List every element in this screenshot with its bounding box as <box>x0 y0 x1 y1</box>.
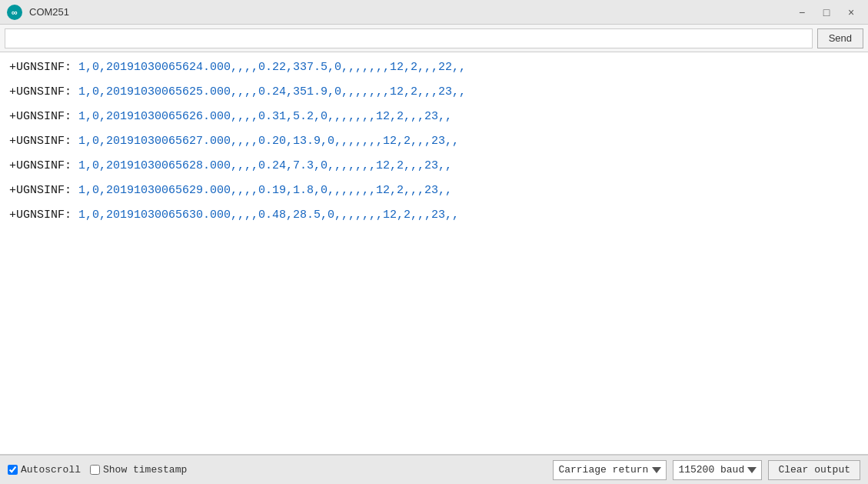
dropdown-group: No line endingNewlineCarriage returnBoth… <box>553 460 860 480</box>
output-label: +UGNSINF: <box>9 135 72 148</box>
output-data: 1,0,20191030065625.000,,,,0.24,351.9,0,,… <box>72 85 466 98</box>
output-data: 1,0,20191030065630.000,,,,0.48,28.5,0,,,… <box>72 209 459 222</box>
autoscroll-checkbox[interactable] <box>8 465 18 475</box>
baud-rate-dropdown[interactable]: 300 baud1200 baud2400 baud4800 baud9600 … <box>673 460 762 480</box>
output-line: +UGNSINF: 1,0,20191030065630.000,,,,0.48… <box>9 206 859 225</box>
timestamp-checkbox[interactable] <box>90 465 100 475</box>
status-bar: Autoscroll Show timestamp No line ending… <box>0 455 868 484</box>
output-data: 1,0,20191030065629.000,,,,0.19,1.8,0,,,,… <box>72 184 452 197</box>
send-input[interactable] <box>5 28 813 48</box>
minimize-button[interactable]: − <box>791 4 813 21</box>
toolbar: Send <box>0 25 868 52</box>
output-line: +UGNSINF: 1,0,20191030065625.000,,,,0.24… <box>9 83 859 102</box>
output-label: +UGNSINF: <box>9 110 72 123</box>
output-data: 1,0,20191030065624.000,,,,0.22,337.5,0,,… <box>72 61 466 74</box>
output-data: 1,0,20191030065627.000,,,,0.20,13.9,0,,,… <box>72 135 459 148</box>
output-line: +UGNSINF: 1,0,20191030065629.000,,,,0.19… <box>9 182 859 200</box>
window-title: COM251 <box>29 6 69 18</box>
output-label: +UGNSINF: <box>9 159 72 172</box>
maximize-button[interactable]: □ <box>816 4 837 21</box>
svg-text:∞: ∞ <box>12 8 18 17</box>
arduino-logo-icon: ∞ <box>6 4 23 21</box>
output-line: +UGNSINF: 1,0,20191030065624.000,,,,0.22… <box>9 58 859 77</box>
title-bar-controls: − □ × <box>791 4 862 21</box>
output-line: +UGNSINF: 1,0,20191030065628.000,,,,0.24… <box>9 157 859 175</box>
output-label: +UGNSINF: <box>9 61 72 74</box>
output-data: 1,0,20191030065626.000,,,,0.31,5.2,0,,,,… <box>72 110 452 123</box>
output-line: +UGNSINF: 1,0,20191030065627.000,,,,0.20… <box>9 132 859 151</box>
output-label: +UGNSINF: <box>9 209 72 222</box>
title-bar-left: ∞ COM251 <box>6 4 69 21</box>
autoscroll-label[interactable]: Autoscroll <box>8 464 81 476</box>
output-data: 1,0,20191030065628.000,,,,0.24,7.3,0,,,,… <box>72 159 452 172</box>
close-button[interactable]: × <box>840 4 862 21</box>
send-button[interactable]: Send <box>817 28 863 48</box>
output-label: +UGNSINF: <box>9 184 72 197</box>
output-label: +UGNSINF: <box>9 85 72 98</box>
autoscroll-text: Autoscroll <box>21 464 81 476</box>
timestamp-label[interactable]: Show timestamp <box>90 464 187 476</box>
output-line: +UGNSINF: 1,0,20191030065626.000,,,,0.31… <box>9 108 859 126</box>
line-ending-dropdown[interactable]: No line endingNewlineCarriage returnBoth… <box>553 460 667 480</box>
title-bar: ∞ COM251 − □ × <box>0 0 868 25</box>
output-area[interactable]: +UGNSINF: 1,0,20191030065624.000,,,,0.22… <box>0 52 868 455</box>
timestamp-text: Show timestamp <box>103 464 187 476</box>
clear-output-button[interactable]: Clear output <box>768 460 860 480</box>
